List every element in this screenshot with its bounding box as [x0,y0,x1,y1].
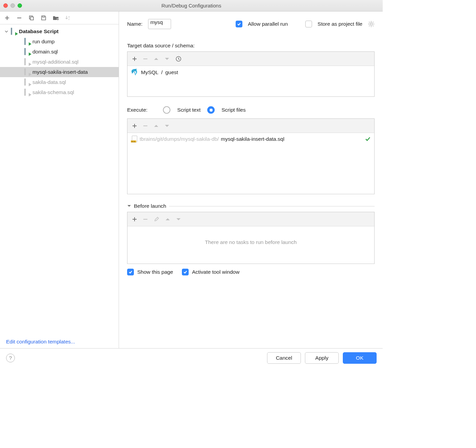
history-icon[interactable] [175,56,182,62]
script-file-name: mysql-sakila-insert-data.sql [221,136,284,142]
task-down-icon[interactable] [176,218,181,221]
config-group-label: Database Script [19,28,58,35]
cancel-button[interactable]: Cancel [267,352,301,364]
database-script-icon [11,28,17,35]
store-as-file-label: Store as project file [317,21,362,27]
tree-item-label: sakila-schema.sql [32,89,74,95]
execute-label: Execute: [127,107,147,113]
remove-datasource-icon[interactable] [143,57,148,61]
show-this-page-label: Show this page [137,269,173,275]
add-datasource-icon[interactable] [132,57,137,61]
mysql-icon: 🐬 [130,68,139,77]
dialog-footer: ? Cancel Apply OK [0,348,383,367]
add-task-icon[interactable] [132,217,137,222]
file-valid-icon [365,136,371,142]
apply-button[interactable]: Apply [305,352,339,364]
sidebar: az Database Script run dumpdomain.sqlmys… [0,12,119,348]
window-controls [3,3,22,8]
remove-config-icon[interactable] [16,14,23,22]
move-down-icon[interactable] [165,57,169,61]
execute-script-files-radio[interactable] [207,106,215,114]
add-file-icon[interactable] [132,124,137,128]
help-icon[interactable]: ? [6,354,15,362]
tree-item[interactable]: domain.sql [0,47,119,57]
svg-rect-1 [30,17,33,20]
edit-templates-link[interactable]: Edit configuration templates... [0,335,119,348]
activate-tool-window-label: Activate tool window [192,269,239,275]
svg-rect-2 [43,16,45,17]
remove-task-icon[interactable] [143,217,148,222]
script-files-list[interactable]: tbrains/git/dumps/mysql-sakila-db/mysql-… [127,133,374,194]
database-script-icon [24,39,30,45]
svg-text:z: z [68,18,70,21]
execute-script-text-radio[interactable] [163,106,170,114]
tree-item[interactable]: mysql-additional.sql [0,57,119,67]
gear-icon[interactable] [368,21,375,27]
move-up-icon[interactable] [154,57,159,61]
tree-item-label: mysql-additional.sql [32,59,78,65]
ok-button[interactable]: OK [343,352,377,364]
database-script-icon [24,69,30,75]
execute-script-files-label: Script files [221,107,246,113]
datasource-schema: guest [165,69,178,75]
remove-file-icon[interactable] [143,124,148,128]
sort-config-icon[interactable]: az [64,14,72,22]
config-editor: Name: mysq Allow parallel run Store as p… [119,12,383,348]
tree-item-label: run dump [32,39,54,45]
database-script-icon [24,49,30,55]
svg-point-6 [370,23,373,25]
datasource-panel: 🐬 MySQL / guest [127,51,375,97]
close-window-icon[interactable] [3,3,8,8]
allow-parallel-checkbox[interactable] [236,21,242,27]
chevron-down-icon [5,30,9,33]
minimize-window-icon[interactable] [10,3,15,8]
name-label: Name: [127,21,143,27]
activate-tool-window-checkbox[interactable] [182,269,189,275]
add-config-icon[interactable] [3,14,11,22]
chevron-down-icon [127,204,131,208]
database-script-icon [24,79,30,85]
before-launch-title: Before launch [134,203,166,209]
show-this-page-checkbox[interactable] [127,269,134,275]
allow-parallel-label: Allow parallel run [248,21,288,27]
folder-config-icon[interactable] [52,14,60,22]
tree-item[interactable]: sakila-schema.sql [0,87,119,97]
sidebar-toolbar: az [0,12,119,24]
config-tree[interactable]: Database Script run dumpdomain.sqlmysql-… [0,24,119,335]
tree-item[interactable]: run dump [0,37,119,47]
tree-item-label: sakila-data.sql [32,79,66,85]
before-launch-panel: There are no tasks to run before launch [127,212,375,264]
file-up-icon[interactable] [154,124,159,128]
script-files-panel: tbrains/git/dumps/mysql-sakila-db/mysql-… [127,118,375,194]
maximize-window-icon[interactable] [18,3,22,8]
tree-item[interactable]: mysql-sakila-insert-data [0,67,119,77]
before-launch-section[interactable]: Before launch [127,203,375,209]
titlebar: Run/Debug Configurations [0,0,383,12]
datasource-entry[interactable]: 🐬 MySQL / guest [131,69,371,76]
database-script-icon [24,89,30,95]
database-script-icon [24,59,30,65]
save-config-icon[interactable] [40,14,47,22]
datasource-name: MySQL [141,69,159,75]
datasource-section-label: Target data source / schema: [127,43,375,49]
tree-item-label: mysql-sakila-insert-data [32,69,88,75]
name-input[interactable]: mysq [148,19,171,29]
config-group-database-script[interactable]: Database Script [0,26,119,37]
copy-config-icon[interactable] [28,14,35,22]
tree-item[interactable]: sakila-data.sql [0,77,119,87]
tree-item-label: domain.sql [32,49,58,55]
execute-script-text-label: Script text [177,107,200,113]
window-title: Run/Debug Configurations [0,3,383,8]
store-as-file-checkbox[interactable] [305,21,312,27]
sql-file-icon [131,136,138,142]
before-launch-empty: There are no tasks to run before launch [131,229,371,255]
edit-task-icon[interactable] [154,217,159,222]
script-file-entry[interactable]: tbrains/git/dumps/mysql-sakila-db/mysql-… [131,136,371,142]
run-debug-dialog: Run/Debug Configurations az Database Scr… [0,0,383,367]
script-file-path: tbrains/git/dumps/mysql-sakila-db/ [140,136,219,142]
task-up-icon[interactable] [165,218,170,221]
datasource-list[interactable]: 🐬 MySQL / guest [127,66,374,96]
file-down-icon[interactable] [165,124,169,128]
